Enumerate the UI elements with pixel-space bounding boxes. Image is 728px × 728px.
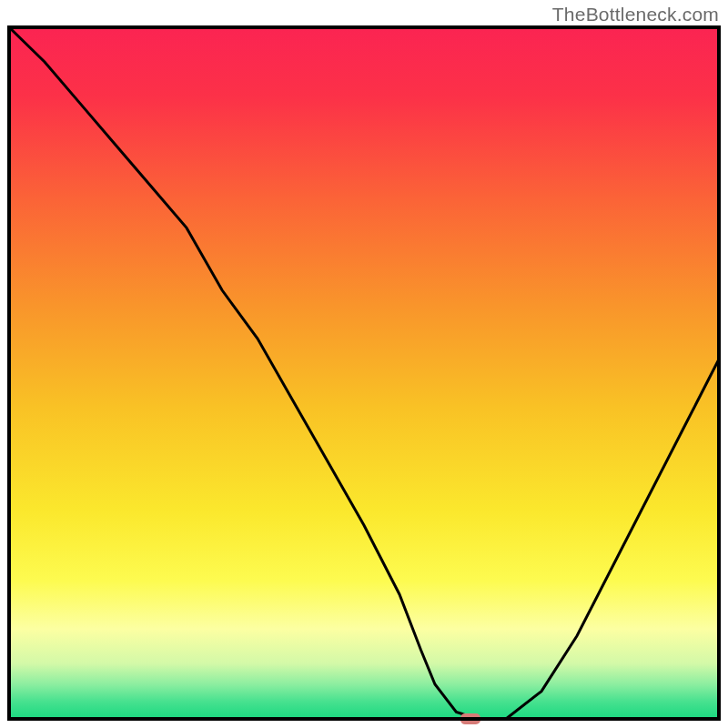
chart-container: TheBottleneck.com bbox=[0, 0, 728, 728]
bottleneck-chart bbox=[0, 0, 728, 728]
gradient-background bbox=[9, 27, 719, 719]
